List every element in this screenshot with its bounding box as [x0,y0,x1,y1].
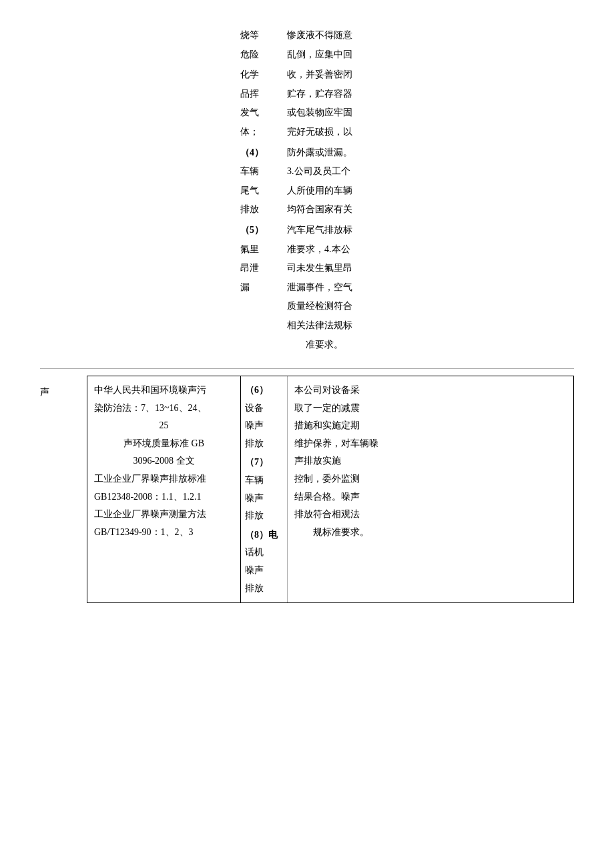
content-area: 烧等 惨废液不得随意 危险 乱倒，应集中回 化学 收，并妥善密闭 品挥 [40,27,574,603]
text-row: 排放 均符合国家有关 [240,201,352,219]
label-item: （6） [245,382,283,400]
label-item: 排放 [245,435,283,453]
content-line: 取了一定的减震 [294,400,567,418]
row-content: 防外露或泄漏。 [287,144,352,162]
label-item: 噪声 [245,417,283,435]
text-row: 危险 乱倒，应集中回 [240,46,352,64]
row-label: 体； [240,123,287,141]
top-block: 烧等 惨废液不得随意 危险 乱倒，应集中回 化学 收，并妥善密闭 品挥 [240,27,574,368]
text-row: 化学 收，并妥善密闭 [240,66,352,84]
law-line: 中华人民共和国环境噪声污 [94,382,234,400]
row-content: 均符合国家有关 [287,201,352,219]
text-row: 发气 或包装物应牢固 [240,104,352,122]
main-left-col: 声 [40,376,87,603]
text-row: 质量经检测符合 [240,298,352,316]
text-row: 烧等 惨废液不得随意 [240,27,352,45]
row-content: 准要求，4.本公 [287,241,352,259]
law-line: 声环境质量标准 GB [94,435,234,453]
row-label: 漏 [240,279,287,297]
content-line: 措施和实施定期 [294,417,567,435]
row-content: 人所使用的车辆 [287,182,352,200]
law-line: GB12348-2008：1.1、1.2.1 [94,488,234,506]
row-label [240,298,287,316]
row-label: 昂泄 [240,260,287,278]
label-item: （8）电 [245,526,283,544]
row-content: 或包装物应牢固 [287,104,352,122]
label-item: 噪声 [245,562,283,580]
row-content: 准要求。 [287,336,352,354]
row-content: 乱倒，应集中回 [287,46,352,64]
label-item: （7） [245,454,283,472]
text-row: 车辆 3.公司及员工个 [240,163,352,181]
content-line: 维护保养，对车辆噪 [294,435,567,453]
text-row: 氟里 准要求，4.本公 [240,241,352,259]
main-section: 声 中华人民共和国环境噪声污 染防治法：7、13~16、24、 25 声环境质量… [40,376,574,603]
law-line: 25 [94,417,234,435]
row-label: 排放 [240,201,287,219]
law-line: 3096-2008 全文 [94,452,234,470]
row-content: 惨废液不得随意 [287,27,352,45]
row-label: 车辆 [240,163,287,181]
content-line: 结果合格。噪声 [294,488,567,506]
main-right-section: （6） 设备 噪声 排放 （7） 车辆 噪声 排放 （8）电 话机 噪声 排放 … [240,376,574,603]
label-item: 设备 [245,400,283,418]
row-content: 贮存，贮存容器 [287,85,352,103]
row-label: （4） [240,144,287,162]
content-line: 声排放实施 [294,452,567,470]
row-label: 氟里 [240,241,287,259]
row-content: 泄漏事件，空气 [287,279,352,297]
row-content: 质量经检测符合 [287,298,352,316]
text-row: 体； 完好无破损，以 [240,123,352,141]
row-label: 化学 [240,66,287,84]
label-item: 噪声 [245,490,283,508]
main-left-label: 声 [40,377,81,402]
row-content: 收，并妥善密闭 [287,66,352,84]
content-line: 本公司对设备采 [294,382,567,400]
law-line: GB/T12349-90：1、2、3 [94,524,234,542]
label-item: 排放 [245,580,283,598]
main-middle-col: 中华人民共和国环境噪声污 染防治法：7、13~16、24、 25 声环境质量标准… [87,376,240,603]
row-label: 发气 [240,104,287,122]
text-row: 昂泄 司未发生氟里昂 [240,260,352,278]
law-line: 工业企业厂界噪声排放标准 [94,470,234,488]
row-content: 司未发生氟里昂 [287,260,352,278]
right-label-col: （6） 设备 噪声 排放 （7） 车辆 噪声 排放 （8）电 话机 噪声 排放 [241,376,288,602]
row-content: 汽车尾气排放标 [287,222,352,240]
text-row: （4） 防外露或泄漏。 [240,144,352,162]
right-content-col: 本公司对设备采 取了一定的减震 措施和实施定期 维护保养，对车辆噪 声排放实施 … [288,376,573,602]
row-content: 完好无破损，以 [287,123,352,141]
label-item: 话机 [245,544,283,562]
row-label [240,336,287,354]
law-line: 工业企业厂界噪声测量方法 [94,506,234,524]
row-label: （5） [240,222,287,240]
row-label: 烧等 [240,27,287,45]
row-content: 3.公司及员工个 [287,163,352,181]
row-label: 品挥 [240,85,287,103]
page: 烧等 惨废液不得随意 危险 乱倒，应集中回 化学 收，并妥善密闭 品挥 [0,0,614,868]
row-label: 危险 [240,46,287,64]
text-row: 准要求。 [240,336,352,354]
label-item: 车辆 [245,472,283,490]
row-content: 相关法律法规标 [287,317,352,335]
row-label: 尾气 [240,182,287,200]
content-line: 控制，委外监测 [294,470,567,488]
content-line: 规标准要求。 [294,524,567,542]
text-row: （5） 汽车尾气排放标 [240,222,352,240]
label-item: 排放 [245,507,283,525]
row-label [240,317,287,335]
content-line: 排放符合相观法 [294,506,567,524]
text-row: 尾气 人所使用的车辆 [240,182,352,200]
text-row: 相关法律法规标 [240,317,352,335]
text-row: 漏 泄漏事件，空气 [240,279,352,297]
law-line: 染防治法：7、13~16、24、 [94,400,234,418]
text-row: 品挥 贮存，贮存容器 [240,85,352,103]
